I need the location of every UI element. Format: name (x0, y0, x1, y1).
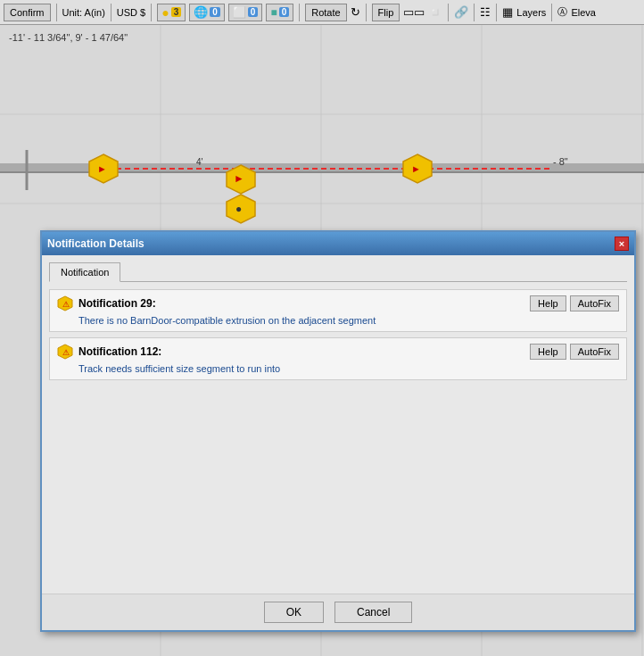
notif-header-2: ⚠ Notification 112: Help AutoFix (57, 344, 619, 360)
notif-title-2: Notification 112: (78, 345, 161, 358)
rotate-button[interactable]: Rotate (305, 4, 346, 21)
icon-group-2[interactable]: 🌐 0 (189, 4, 225, 21)
track-symbol-1: ► (87, 153, 120, 185)
notif-icon-1: ⚠ (57, 295, 73, 311)
separator-4 (299, 4, 300, 21)
autofix-button-1[interactable]: AutoFix (570, 295, 619, 311)
icon-yellow-1: ● (161, 5, 169, 20)
dialog-body: Notification ⚠ Notification 29: (42, 255, 634, 594)
layers-label: Layers (516, 7, 546, 18)
badge-4: 0 (279, 7, 290, 17)
separator-2 (111, 4, 111, 21)
mirror-icon: ◽ (428, 5, 442, 19)
chain-icon: 🔗 (454, 5, 468, 19)
cancel-button[interactable]: Cancel (334, 602, 412, 623)
warning-shield-icon-1: ⚠ (57, 295, 73, 311)
confirm-button[interactable]: Confirm (4, 4, 51, 21)
notif-title-1: Notification 29: (78, 297, 156, 310)
rotate-icon: ↻ (351, 5, 360, 19)
notif-icon-2: ⚠ (57, 344, 73, 360)
icon-group-3[interactable]: ⬜ 0 (228, 4, 263, 21)
tab-notification[interactable]: Notification (49, 262, 120, 282)
notif-buttons-2: Help AutoFix (530, 344, 619, 360)
eleva-label: Eleva (571, 7, 596, 18)
autofix-button-2[interactable]: AutoFix (570, 344, 619, 360)
separator-9 (551, 4, 552, 21)
grid-icon: ☷ (480, 5, 491, 19)
dialog-close-button[interactable]: × (615, 237, 629, 251)
notif-desc-1: There is no BarnDoor-compatible extrusio… (78, 315, 619, 326)
separator-5 (366, 4, 367, 21)
flip-button[interactable]: Flip (372, 4, 400, 21)
svg-text:►: ► (411, 163, 421, 174)
track-symbol-3: ● (225, 193, 257, 225)
dialog-footer: OK Cancel (42, 594, 634, 630)
svg-text:►: ► (234, 172, 244, 185)
notification-item-1: ⚠ Notification 29: Help AutoFix There is… (49, 289, 627, 332)
tab-bar: Notification (49, 262, 627, 282)
flip-icons: ▭▭ (403, 5, 425, 19)
svg-text:⚠: ⚠ (62, 300, 70, 309)
svg-text:4': 4' (196, 157, 203, 167)
warning-shield-icon-2: ⚠ (57, 344, 73, 360)
canvas-area: - 8" 4' -11' - 11 3/64", 9' - 1 47/64" ►… (0, 25, 644, 656)
usd-label: USD $ (117, 7, 145, 18)
badge-1: 3 (171, 7, 182, 17)
dialog-title: Notification Details (47, 237, 144, 250)
badge-2: 0 (210, 7, 220, 17)
dialog-titlebar: Notification Details × (42, 232, 634, 255)
layers-icon: ▦ (502, 5, 513, 19)
help-button-2[interactable]: Help (530, 344, 566, 360)
notif-desc-2: Track needs sufficient size segment to r… (78, 363, 619, 374)
badge-3: 0 (248, 7, 259, 17)
help-button-1[interactable]: Help (530, 295, 566, 311)
separator-3 (151, 4, 152, 21)
icon-green: ■ (270, 6, 277, 19)
icon-group-4[interactable]: ■ 0 (266, 4, 293, 21)
svg-text:⚠: ⚠ (62, 348, 70, 357)
separator-1 (56, 4, 57, 21)
coord-display: -11' - 11 3/64", 9' - 1 47/64" (9, 32, 128, 43)
toolbar: Confirm Unit: A(in) USD $ ● 3 🌐 0 ⬜ 0 ■ … (0, 0, 644, 25)
track-symbol-2: ► (225, 163, 257, 195)
svg-text:- 8": - 8" (553, 156, 568, 167)
icon-blue: ⬜ (233, 6, 246, 19)
separator-6 (448, 4, 449, 21)
notification-item-2: ⚠ Notification 112: Help AutoFix Track n… (49, 337, 627, 380)
notif-title-row-2: ⚠ Notification 112: (57, 344, 161, 360)
unit-label: Unit: A(in) (62, 7, 105, 18)
notif-buttons-1: Help AutoFix (530, 295, 619, 311)
notif-title-row-1: ⚠ Notification 29: (57, 295, 156, 311)
ok-button[interactable]: OK (264, 602, 324, 623)
eleva-icon: Ⓐ (557, 5, 567, 19)
notif-header-1: ⚠ Notification 29: Help AutoFix (57, 295, 619, 311)
track-symbol-4: ► (401, 153, 433, 185)
svg-text:►: ► (97, 163, 107, 174)
separator-7 (474, 4, 475, 21)
separator-8 (496, 4, 497, 21)
globe-icon: 🌐 (194, 5, 208, 19)
notification-dialog: Notification Details × Notification ⚠ (40, 230, 636, 632)
icon-group-1[interactable]: ● 3 (157, 4, 186, 21)
svg-text:●: ● (235, 203, 242, 215)
